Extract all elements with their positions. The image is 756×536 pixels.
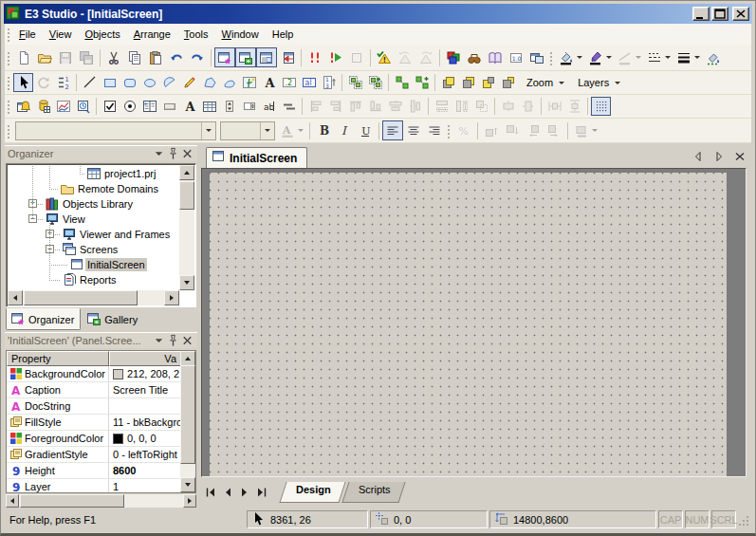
toolbar-grip[interactable] [6, 99, 11, 114]
static-text-control-button[interactable]: A [179, 97, 199, 116]
property-row-height[interactable]: 9Height8600 [7, 463, 195, 479]
chart-object-button[interactable] [53, 97, 73, 116]
brush-color-button[interactable] [585, 47, 615, 67]
tree-item-objects-library[interactable]: +Objects Library [9, 196, 178, 212]
curve-tool-button[interactable] [219, 73, 239, 92]
tree-item-viewer-and-frames[interactable]: +Viewer and Frames [9, 227, 178, 242]
next-tab-button[interactable] [236, 484, 252, 500]
pause-execution-button[interactable] [346, 47, 367, 67]
group-objects-button[interactable] [345, 73, 365, 92]
save-all-button[interactable] [76, 47, 97, 67]
organizer-hscrollbar[interactable] [8, 290, 179, 305]
menubar-grip[interactable] [6, 27, 11, 42]
fill-color-button[interactable] [556, 47, 585, 67]
scroll-left-button[interactable] [6, 494, 19, 508]
properties-view-button[interactable] [256, 47, 277, 67]
rectangle-tool-button[interactable] [100, 73, 120, 92]
pie-tool-button[interactable] [159, 73, 179, 92]
line-tool-button[interactable] [80, 73, 100, 92]
tree-item-screens[interactable]: −Screens [9, 242, 178, 257]
show-grid-button[interactable] [591, 97, 611, 116]
properties-close-button[interactable] [180, 334, 194, 347]
scroll-thumb[interactable] [20, 494, 124, 508]
tree-item-project1-prj[interactable]: project1.prj [9, 166, 178, 181]
menu-view[interactable]: View [44, 26, 78, 43]
cut-button[interactable] [103, 47, 124, 67]
toolbar-grip[interactable] [6, 50, 11, 65]
tree-item-view[interactable]: −View [9, 212, 178, 227]
property-row-caption[interactable]: ACaptionScreen Title [7, 382, 195, 398]
run-application-button[interactable] [325, 47, 346, 67]
align-left-button[interactable] [305, 97, 325, 116]
paste-button[interactable] [145, 47, 166, 67]
italic-button[interactable]: I [334, 120, 355, 140]
splitter-control-button[interactable] [279, 97, 299, 116]
organizer-vscrollbar[interactable] [179, 165, 194, 290]
last-tab-button[interactable] [253, 484, 269, 500]
organizer-menu-button[interactable] [152, 147, 166, 160]
fill-options-button[interactable] [571, 120, 600, 140]
properties-menu-button[interactable] [152, 334, 166, 347]
send-backward-button[interactable] [498, 73, 518, 92]
rotate-button[interactable] [33, 73, 53, 92]
connector-tool-button[interactable] [392, 73, 412, 92]
same-size-button[interactable] [471, 97, 491, 116]
property-row-backgroundcolor[interactable]: BackgroundColor212, 208, 2 [7, 366, 195, 382]
recipe-object-button[interactable] [33, 97, 53, 116]
ungroup-objects-button[interactable] [365, 73, 385, 92]
menu-objects[interactable]: Objects [79, 26, 125, 43]
property-row-docstring[interactable]: ADocString [7, 398, 195, 415]
verify-project-button[interactable] [374, 47, 395, 67]
screen-explorer-button[interactable] [277, 47, 298, 67]
bring-to-front-button[interactable] [438, 73, 458, 92]
line-color-button[interactable] [615, 47, 644, 67]
nudge-right-button[interactable] [544, 120, 564, 140]
menu-tools[interactable]: Tools [178, 26, 214, 43]
nudge-left-button[interactable] [523, 120, 544, 140]
help-book-button[interactable] [485, 47, 506, 67]
same-width-button[interactable] [432, 97, 452, 116]
organizer-pin-button[interactable] [166, 147, 180, 160]
background-style-button[interactable] [703, 47, 724, 67]
tab-scroll-right-button[interactable] [711, 149, 727, 163]
tab-order-button[interactable]: 12 [53, 73, 73, 92]
text-align-center-button[interactable] [403, 120, 424, 140]
property-row-gradientstyle[interactable]: GradientStyle0 - leftToRight [7, 447, 195, 463]
toolbar-grip[interactable] [6, 75, 11, 90]
about-version-button[interactable]: 1.0 [506, 47, 526, 67]
minimize-button[interactable] [692, 7, 710, 21]
align-bottom-button[interactable] [365, 97, 385, 116]
scroll-right-button[interactable] [164, 290, 179, 305]
tree-item-remote-domains[interactable]: Remote Domains [9, 181, 178, 196]
menu-file[interactable]: File [13, 26, 42, 43]
design-canvas[interactable] [210, 173, 727, 476]
space-down-button[interactable] [564, 97, 584, 116]
open-project-button[interactable] [34, 47, 55, 67]
rounded-rectangle-tool-button[interactable] [120, 73, 139, 92]
undo-button[interactable] [166, 47, 187, 67]
property-row-layer[interactable]: 9Layer1 [7, 479, 195, 493]
maximize-button[interactable] [711, 7, 728, 21]
property-column-header[interactable]: Property [7, 351, 109, 366]
layers-menu-button[interactable]: Layers [569, 73, 625, 92]
organizer-close-button[interactable] [180, 147, 194, 160]
property-row-foregroundcolor[interactable]: ForegroundColor0, 0, 0 [7, 431, 195, 447]
picture-tool-button[interactable] [239, 73, 259, 92]
center-vertical-button[interactable] [385, 97, 405, 116]
label-tool-button[interactable]: al [299, 73, 319, 92]
object-colors-button[interactable] [443, 47, 464, 67]
toolbar-grip[interactable] [548, 50, 554, 65]
pointer-button[interactable] [13, 73, 33, 92]
setpoint-tool-button[interactable]: 13 [319, 73, 339, 92]
font-color-button[interactable]: A [277, 120, 306, 140]
property-row-fillstyle[interactable]: FillStyle11 - bkBackgro [7, 415, 195, 431]
line-style-button[interactable] [644, 47, 673, 67]
dock-tab-gallery[interactable]: Gallery [83, 308, 143, 330]
scroll-right-button[interactable] [183, 494, 196, 508]
text-align-left-button[interactable] [382, 120, 403, 140]
close-button[interactable] [732, 7, 749, 21]
same-height-button[interactable] [452, 97, 471, 116]
properties-hscrollbar[interactable] [6, 494, 196, 508]
scroll-down-button[interactable] [179, 275, 194, 290]
save-button[interactable] [55, 47, 76, 67]
